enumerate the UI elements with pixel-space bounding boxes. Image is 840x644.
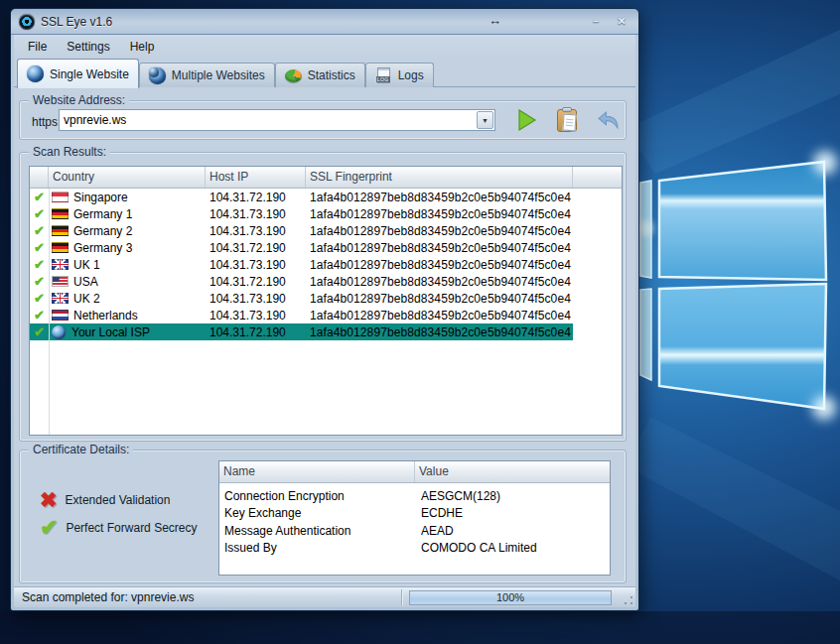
scan-results-group: Scan Results: Country Host IP SSL Finger…: [19, 152, 627, 442]
url-combobox: ▼: [59, 109, 495, 131]
ssl-fingerprint-cell: 1afa4b012897beb8d83459b2c0e5b94074f5c0e4: [306, 275, 573, 289]
table-row[interactable]: ✔UK 2104.31.73.1901afa4b012897beb8d83459…: [30, 290, 573, 307]
flag-uk-icon: [52, 293, 69, 304]
country-name: Singapore: [73, 191, 128, 204]
country-cell: USA: [49, 275, 206, 289]
menu-file[interactable]: File: [18, 38, 57, 56]
globe-icon: [27, 65, 44, 82]
country-name: Your Local ISP: [71, 325, 150, 339]
table-row[interactable]: ✔USA104.31.72.1901afa4b012897beb8d83459b…: [30, 273, 573, 290]
country-cell: Your Local ISP: [49, 325, 206, 339]
row-check-icon: ✔: [30, 274, 49, 289]
row-check-icon: ✔: [30, 190, 49, 204]
header-host-ip[interactable]: Host IP: [206, 167, 306, 188]
table-row[interactable]: ✔Germany 2104.31.73.1901afa4b012897beb8d…: [30, 222, 573, 239]
titlebar[interactable]: SSL Eye v1.6 ↔ – ✕: [11, 9, 638, 35]
cert-name-cell: Message Authentication: [219, 524, 415, 538]
cert-value-cell: AESGCM(128): [415, 489, 500, 503]
status-bar: Scan completed for: vpnrevie.ws 100%: [14, 586, 635, 607]
country-cell: Germany 2: [49, 224, 206, 238]
host-ip-cell: 104.31.73.190: [206, 207, 306, 221]
country-name: USA: [73, 275, 98, 289]
url-input[interactable]: [60, 110, 476, 130]
country-name: Netherlands: [73, 309, 138, 322]
table-row[interactable]: ✔Singapore104.31.72.1901afa4b012897beb8d…: [30, 189, 573, 205]
header-ssl-fingerprint[interactable]: SSL Fingerprint: [306, 167, 573, 188]
ssl-fingerprint-cell: 1afa4b012897beb8d83459b2c0e5b94074f5c0e4: [306, 207, 573, 221]
extended-validation-indicator: ✖ Extended Validation: [40, 490, 170, 510]
table-row[interactable]: ✔Germany 3104.31.72.1901afa4b012897beb8d…: [30, 239, 573, 256]
flag-de-icon: [52, 225, 69, 236]
log-document-icon: LOG: [375, 67, 392, 84]
row-check-icon: ✔: [30, 206, 49, 221]
minimize-button[interactable]: –: [587, 14, 605, 29]
client-area: File Settings Help Single Website Multip…: [14, 35, 635, 607]
menu-help[interactable]: Help: [120, 38, 165, 56]
scan-results-label: Scan Results:: [29, 145, 110, 159]
certificate-details-group: Certificate Details: ✖ Extended Validati…: [19, 450, 627, 583]
tab-logs[interactable]: LOG Logs: [365, 63, 434, 87]
host-ip-cell: 104.31.72.190: [206, 241, 306, 255]
certificate-row[interactable]: Issued ByCOMODO CA Limited: [219, 540, 610, 558]
flag-sg-icon: [52, 192, 69, 202]
country-cell: Germany 3: [49, 241, 206, 255]
tab-statistics[interactable]: Statistics: [275, 63, 365, 87]
certificate-table-header: Name Value: [219, 461, 610, 483]
header-extra[interactable]: [573, 167, 622, 188]
scan-rows: ✔Singapore104.31.72.1901afa4b012897beb8d…: [30, 189, 622, 340]
header-status[interactable]: [30, 167, 49, 188]
country-name: Germany 1: [73, 207, 132, 221]
country-name: UK 1: [73, 258, 100, 272]
ssl-fingerprint-cell: 1afa4b012897beb8d83459b2c0e5b94074f5c0e4: [306, 292, 573, 306]
dropdown-arrow-icon[interactable]: ▼: [477, 111, 493, 129]
certificate-row[interactable]: Key ExchangeECDHE: [219, 505, 610, 523]
close-button[interactable]: ✕: [613, 14, 630, 29]
desktop: SSL Eye v1.6 ↔ – ✕ File Settings Help Si…: [0, 0, 840, 644]
header-name[interactable]: Name: [219, 461, 415, 482]
certificate-table: Name Value Connection EncryptionAESGCM(1…: [218, 460, 611, 576]
certificate-row[interactable]: Connection EncryptionAESGCM(128): [219, 487, 610, 505]
tab-single-website[interactable]: Single Website: [17, 59, 139, 88]
header-value[interactable]: Value: [415, 461, 610, 482]
progress-bar: 100%: [409, 590, 612, 605]
row-check-icon: ✔: [30, 291, 49, 306]
flag-de-icon: [52, 208, 69, 219]
ssl-fingerprint-cell: 1afa4b012897beb8d83459b2c0e5b94074f5c0e4: [306, 224, 573, 238]
perfect-forward-secrecy-indicator: ✔ Perfect Forward Secrecy: [40, 518, 197, 538]
clipboard-icon: [557, 109, 577, 132]
window-title: SSL Eye v1.6: [41, 15, 112, 29]
ssl-fingerprint-cell: 1afa4b012897beb8d83459b2c0e5b94074f5c0e4: [306, 309, 573, 322]
table-row[interactable]: ✔UK 1104.31.73.1901afa4b012897beb8d83459…: [30, 256, 573, 273]
host-ip-cell: 104.31.72.190: [206, 275, 306, 289]
country-cell: Germany 1: [49, 207, 206, 221]
status-text: Scan completed for: vpnrevie.ws: [14, 590, 194, 604]
row-check-icon: ✔: [30, 308, 49, 322]
ssl-fingerprint-cell: 1afa4b012897beb8d83459b2c0e5b94074f5c0e4: [306, 241, 573, 255]
country-name: UK 2: [73, 292, 100, 306]
menu-settings[interactable]: Settings: [57, 38, 119, 56]
status-column-separator: [49, 189, 50, 435]
green-check-icon: ✔: [40, 518, 58, 538]
play-icon: [514, 108, 538, 132]
table-row[interactable]: ✔Germany 1104.31.73.1901afa4b012897beb8d…: [30, 205, 573, 222]
table-row[interactable]: ✔Netherlands104.31.73.1901afa4b012897beb…: [30, 307, 573, 323]
host-ip-cell: 104.31.73.190: [206, 258, 306, 272]
host-ip-cell: 104.31.73.190: [206, 224, 306, 238]
ssl-fingerprint-cell: 1afa4b012897beb8d83459b2c0e5b94074f5c0e4: [306, 325, 573, 339]
ssl-fingerprint-cell: 1afa4b012897beb8d83459b2c0e5b94074f5c0e4: [306, 258, 573, 272]
header-country[interactable]: Country: [49, 167, 206, 188]
resize-grip-icon[interactable]: [624, 595, 633, 605]
cert-name-cell: Connection Encryption: [219, 489, 415, 503]
table-row[interactable]: ✔Your Local ISP104.31.72.1901afa4b012897…: [30, 323, 573, 340]
cert-value-cell: ECDHE: [415, 506, 463, 520]
multi-globe-icon: [149, 67, 166, 84]
scan-button[interactable]: [512, 106, 540, 134]
undo-button[interactable]: [594, 106, 622, 134]
tab-multiple-websites[interactable]: Multiple Websites: [139, 63, 275, 87]
ssl-fingerprint-cell: 1afa4b012897beb8d83459b2c0e5b94074f5c0e4: [306, 191, 573, 204]
certificate-row[interactable]: Message AuthenticationAEAD: [219, 522, 610, 540]
scan-table: Country Host IP SSL Fingerprint ✔Singapo…: [29, 166, 623, 436]
cert-name-cell: Issued By: [219, 541, 415, 555]
paste-button[interactable]: [553, 106, 581, 134]
website-address-group: Website Address: https:// ▼: [19, 100, 627, 140]
